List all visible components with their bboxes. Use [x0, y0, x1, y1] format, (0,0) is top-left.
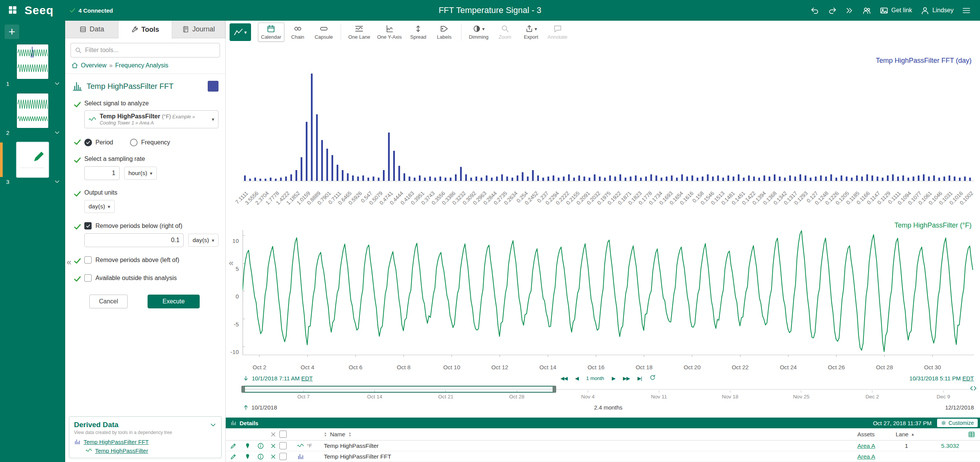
worksheet-menu-button[interactable] [54, 179, 60, 185]
step-to-end-button[interactable]: ▶| [637, 375, 642, 382]
derived-item-link[interactable]: Temp HighPassFilter [95, 447, 148, 454]
collapse-worksheet-strip-handle[interactable] [67, 258, 71, 267]
cancel-button[interactable]: Cancel [89, 295, 128, 308]
remove-item-button[interactable] [267, 442, 279, 449]
remove-below-checkbox[interactable]: Remove periods below (right of) [84, 222, 218, 229]
series-color-swatch[interactable] [208, 81, 218, 92]
display-range-end-tz[interactable]: EDT [962, 375, 974, 382]
redo-button[interactable] [825, 4, 840, 17]
tab-journal[interactable]: Journal [172, 21, 225, 38]
select-item-checkbox[interactable] [279, 442, 287, 449]
remove-item-button[interactable] [267, 453, 279, 460]
undo-button[interactable] [808, 4, 822, 17]
derived-item-link[interactable]: Temp HighPassFilter FFT [84, 439, 149, 445]
toolbar-chain-button[interactable]: Chain [285, 23, 310, 42]
collaborators-button[interactable] [859, 4, 874, 17]
worksheet-thumbnail-3[interactable]: 3 [0, 143, 65, 186]
trend-plot-area[interactable] [243, 220, 974, 362]
lane-column-header[interactable]: Lane [896, 431, 908, 437]
toolbar-labels-button[interactable]: Labels [432, 23, 457, 42]
get-link-button[interactable]: Get link [877, 4, 915, 17]
sort-icon[interactable] [348, 432, 351, 437]
step-size-button[interactable]: 1 month [585, 375, 605, 382]
signal-select[interactable]: Temp HighPassFilter (°F) Example » Cooli… [84, 110, 218, 128]
remove-below-input[interactable] [84, 233, 184, 247]
remove-all-button[interactable] [267, 431, 279, 438]
worksheet-preview[interactable] [17, 143, 48, 177]
app-switcher-button[interactable] [6, 3, 19, 18]
execute-button[interactable]: Execute [148, 295, 200, 308]
toolbar-one-lane-button[interactable]: One Lane [345, 23, 373, 42]
worksheet-preview[interactable] [17, 44, 48, 79]
investigate-start[interactable]: 10/1/2018 [243, 404, 277, 411]
edit-item-button[interactable] [226, 453, 241, 460]
breadcrumb-overview-link[interactable]: Overview [81, 62, 107, 69]
item-name[interactable]: Temp HighPassFilter FFT [324, 453, 857, 460]
select-all-checkbox[interactable] [279, 431, 287, 438]
toolbar-calendar-button[interactable]: Calendar [258, 23, 284, 42]
range-left-drag-handle[interactable] [241, 386, 245, 393]
worksheet-preview[interactable] [17, 93, 48, 128]
tab-tools[interactable]: Tools [118, 21, 172, 38]
home-icon[interactable] [71, 62, 78, 69]
pin-item-button[interactable] [241, 453, 254, 460]
investigate-range-scrubber[interactable]: Oct 7Oct 14Oct 21Oct 28Nov 4Nov 11Nov 18… [243, 385, 974, 402]
connection-status[interactable]: 4 Connected [69, 7, 113, 14]
toolbar-capsule-button[interactable]: Capsule [311, 23, 337, 42]
refresh-range-button[interactable] [649, 374, 657, 383]
table-view-button[interactable] [963, 431, 980, 438]
frequency-radio[interactable]: Frequency [130, 139, 170, 146]
period-radio[interactable]: Period [84, 139, 113, 146]
step-back-half-button[interactable]: ◀ [574, 375, 579, 382]
display-range-start-tz[interactable]: EDT [301, 375, 313, 382]
details-title-group[interactable]: Details [230, 420, 258, 426]
derived-data-item[interactable]: Temp HighPassFilter FFT [74, 439, 217, 445]
toolbar-spread-button[interactable]: Spread [405, 23, 431, 42]
display-mode-trend-button[interactable] [230, 23, 251, 41]
filter-tools-input[interactable] [85, 47, 216, 54]
sampling-unit-select[interactable]: hour(s) [124, 167, 157, 180]
display-range-start[interactable]: 10/1/2018 7:11 AM EDT [243, 375, 313, 382]
tab-data[interactable]: Data [65, 21, 118, 38]
remove-above-checkbox[interactable]: Remove periods above (left of) [84, 256, 218, 264]
toolbar-export-button[interactable]: Export [519, 23, 544, 42]
item-info-button[interactable] [254, 453, 267, 460]
sampling-rate-input[interactable] [84, 166, 120, 180]
worksheet-thumbnail-1[interactable]: 1 [0, 44, 65, 88]
sort-icon[interactable] [324, 432, 327, 437]
item-name[interactable]: Temp HighPassFilter [324, 442, 857, 449]
remove-below-unit-select[interactable]: day(s) [188, 234, 218, 247]
assets-column-header[interactable]: Assets [857, 431, 896, 437]
available-outside-checkbox[interactable]: Available outside this analysis [84, 274, 218, 282]
toolbar-one-y-axis-button[interactable]: One Y-Axis [374, 23, 405, 42]
display-range-end[interactable]: 10/31/2018 5:11 PM EDT [909, 375, 974, 382]
selected-range-region[interactable] [243, 386, 555, 393]
expand-range-button[interactable] [970, 385, 977, 393]
step-forward-full-button[interactable]: ▶▶ [622, 375, 630, 382]
item-asset-link[interactable]: Area A [857, 453, 896, 460]
derived-data-header[interactable]: Derived Data [74, 421, 217, 429]
item-info-button[interactable] [254, 442, 267, 449]
edit-item-button[interactable] [226, 442, 241, 449]
select-item-checkbox[interactable] [279, 453, 287, 460]
add-worksheet-button[interactable]: + [5, 25, 19, 39]
chevron-down-icon[interactable] [210, 421, 217, 428]
user-menu-button[interactable]: Lindsey [918, 4, 957, 17]
toolbar-dimming-button[interactable]: Dimming [466, 23, 491, 42]
collapse-tool-panel-handle[interactable] [229, 258, 233, 268]
main-menu-button[interactable] [959, 4, 974, 17]
step-back-full-button[interactable]: ◀◀ [560, 375, 568, 382]
customize-button[interactable]: Customize [937, 419, 978, 427]
name-column-header[interactable]: Name [330, 431, 345, 437]
derived-data-item[interactable]: Temp HighPassFilter [85, 447, 217, 454]
fft-plot-area[interactable] [243, 47, 974, 185]
pin-item-button[interactable] [241, 442, 254, 449]
step-forward-half-button[interactable]: ▶ [611, 375, 616, 382]
forward-history-button[interactable] [842, 4, 857, 17]
worksheet-menu-button[interactable] [54, 80, 60, 87]
worksheet-thumbnail-2[interactable]: 2 [0, 93, 65, 137]
output-unit-select[interactable]: day(s) [84, 200, 115, 213]
range-right-drag-handle[interactable] [553, 386, 556, 393]
worksheet-menu-button[interactable] [54, 129, 60, 136]
item-asset-link[interactable]: Area A [857, 442, 896, 449]
